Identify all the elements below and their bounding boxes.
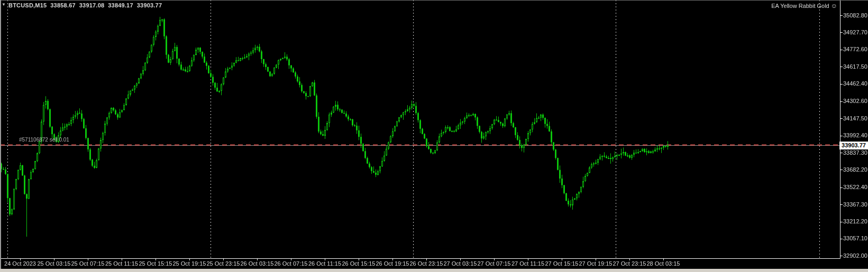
ea-name-text: EA Yellow Rabbit Gold	[771, 3, 829, 9]
price-axis-label: 34462.40	[843, 81, 867, 87]
window-top-border	[0, 0, 868, 1]
price-chart-canvas[interactable]	[0, 0, 868, 272]
order-line-label: #571106872 sell 0.01	[19, 137, 69, 143]
price-axis-label: 33837.30	[843, 150, 867, 156]
price-axis-label: 34302.60	[843, 98, 867, 104]
price-axis-label: 33212.20	[843, 219, 867, 224]
time-axis-label: 25 Oct 15:15	[139, 260, 172, 267]
chart-title: BTCUSD,M1533858.6733917.0833849.1733903.…	[8, 2, 162, 8]
price-axis-label: 34617.50	[843, 64, 867, 70]
bar-high-value: 33917.08	[79, 2, 104, 8]
time-axis-label: 25 Oct 23:15	[207, 260, 240, 267]
bar-close-value: 33903.77	[137, 2, 162, 8]
price-axis-label: 33522.40	[843, 184, 867, 190]
window-left-border	[0, 0, 1, 272]
time-axis-label: 25 Oct 19:15	[173, 260, 206, 267]
time-axis-label: 27 Oct 19:15	[579, 260, 613, 267]
price-axis-label: 34927.70	[843, 30, 867, 35]
time-axis-label: 25 Oct 03:15	[38, 260, 71, 267]
price-axis-label: 33057.10	[843, 236, 867, 241]
symbol-dropdown-icon[interactable]: ▼	[2, 2, 6, 7]
current-price-box: 33903.77	[839, 142, 868, 149]
time-axis-label: 26 Oct 23:15	[410, 260, 443, 267]
price-axis-label: 33992.40	[843, 133, 867, 138]
time-axis-label: 26 Oct 07:15	[275, 260, 308, 267]
time-axis-label: 27 Oct 07:15	[478, 260, 511, 267]
time-axis-label: 26 Oct 19:15	[376, 260, 409, 267]
time-axis-label: 27 Oct 15:15	[545, 260, 579, 267]
price-axis-label: 34147.50	[843, 116, 867, 121]
mt4-chart-window: ▼ BTCUSD,M1533858.6733917.0833849.173390…	[0, 0, 868, 272]
time-axis-label: 26 Oct 15:15	[342, 260, 376, 267]
price-axis-label: 35082.80	[843, 13, 867, 18]
price-axis-label: 32902.00	[843, 253, 867, 259]
window-bottom-edge	[0, 269, 868, 272]
time-axis-label: 27 Oct 03:15	[444, 260, 477, 267]
time-axis-label: 28 Oct 03:15	[647, 260, 680, 267]
time-axis-label: 27 Oct 11:15	[511, 260, 544, 267]
time-axis-label: 24 Oct 2023	[4, 260, 36, 267]
time-axis-label: 27 Oct 23:15	[613, 260, 646, 267]
time-axis-label: 25 Oct 07:15	[71, 260, 105, 267]
time-axis-label: 26 Oct 03:15	[241, 260, 274, 267]
time-axis-label: 25 Oct 11:15	[105, 260, 138, 267]
price-axis-label: 33367.30	[843, 202, 867, 208]
smiley-icon[interactable]: ☺	[831, 2, 837, 10]
ea-name-label: EA Yellow Rabbit Gold☺	[771, 2, 837, 10]
time-axis-label: 26 Oct 11:15	[308, 260, 341, 267]
symbol-timeframe-label: BTCUSD,M15	[8, 2, 47, 8]
bar-low-value: 33849.17	[108, 2, 133, 8]
price-axis-label: 34772.60	[843, 46, 867, 52]
price-axis-label: 33682.20	[843, 167, 867, 173]
bar-open-value: 33858.67	[50, 2, 75, 8]
